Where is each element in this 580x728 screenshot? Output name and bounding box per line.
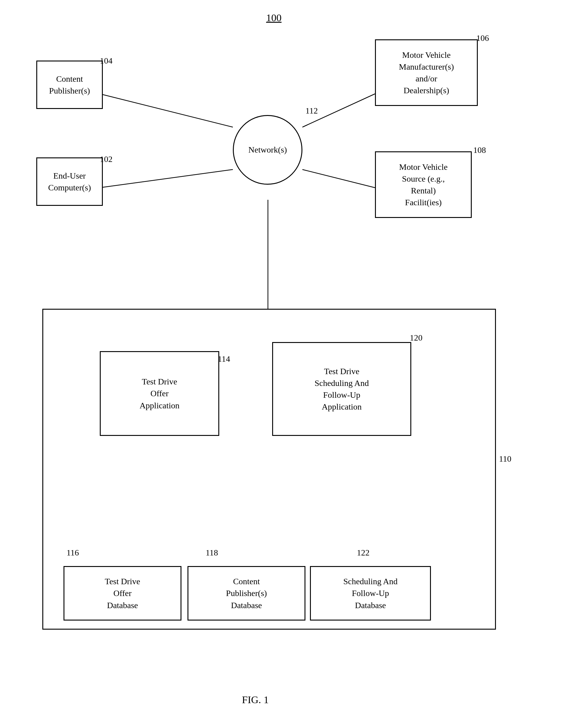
motor-vehicle-source-ref: 108: [473, 145, 486, 155]
test-drive-scheduling-app-box: Test Drive Scheduling And Follow-Up Appl…: [272, 342, 411, 436]
sub-system-ref: 110: [499, 454, 512, 464]
end-user-computer-ref: 102: [100, 154, 112, 164]
svg-line-2: [100, 170, 233, 188]
svg-line-0: [100, 94, 233, 127]
motor-vehicle-mfr-box: Motor Vehicle Manufacturer(s) and/or Dea…: [375, 40, 478, 106]
test-drive-offer-app-box: Test Drive Offer Application: [100, 351, 219, 436]
end-user-computer-box: End-User Computer(s): [36, 157, 103, 206]
scheduling-followup-db-label: Scheduling And Follow-Up Database: [343, 575, 398, 611]
scheduling-followup-db-ref: 122: [357, 548, 369, 557]
test-drive-offer-db-ref: 116: [66, 548, 79, 557]
network-ref: 112: [305, 106, 318, 115]
scheduling-followup-db-box: Scheduling And Follow-Up Database: [310, 566, 431, 621]
content-publisher-db-ref: 118: [205, 548, 218, 557]
content-publisher-db-label: Content Publisher(s) Database: [226, 575, 267, 611]
motor-vehicle-mfr-ref: 106: [476, 33, 489, 43]
svg-line-3: [302, 170, 375, 188]
diagram: 100 Network(s) 112 Content Publisher(s) …: [0, 0, 580, 728]
content-publisher-box: Content Publisher(s): [36, 60, 103, 109]
test-drive-offer-db-label: Test Drive Offer Database: [105, 575, 140, 611]
network-circle: Network(s): [233, 115, 302, 185]
motor-vehicle-mfr-label: Motor Vehicle Manufacturer(s) and/or Dea…: [399, 49, 454, 97]
test-drive-scheduling-app-label: Test Drive Scheduling And Follow-Up Appl…: [314, 365, 369, 413]
content-publisher-ref: 104: [100, 56, 112, 66]
content-publisher-label: Content Publisher(s): [49, 73, 90, 97]
content-publisher-db-box: Content Publisher(s) Database: [188, 566, 305, 621]
diagram-title: 100: [266, 12, 281, 24]
test-drive-offer-db-box: Test Drive Offer Database: [63, 566, 182, 621]
test-drive-offer-app-ref: 114: [218, 354, 230, 364]
end-user-computer-label: End-User Computer(s): [48, 170, 91, 193]
motor-vehicle-source-label: Motor Vehicle Source (e.g., Rental) Faci…: [399, 161, 447, 209]
test-drive-offer-app-label: Test Drive Offer Application: [139, 376, 179, 411]
network-label: Network(s): [248, 145, 287, 155]
test-drive-scheduling-app-ref: 120: [410, 333, 422, 343]
fig-label: FIG. 1: [242, 693, 269, 706]
motor-vehicle-source-box: Motor Vehicle Source (e.g., Rental) Faci…: [375, 151, 472, 218]
